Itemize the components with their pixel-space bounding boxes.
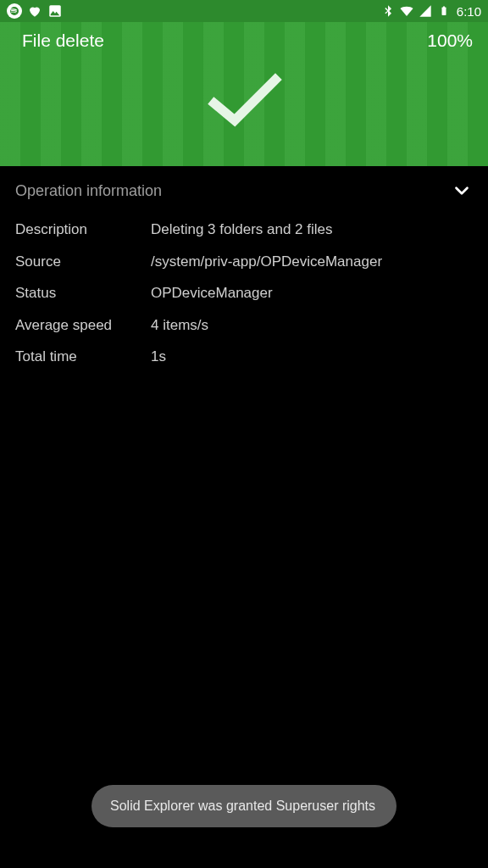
- row-value: /system/priv-app/OPDeviceManager: [151, 251, 473, 273]
- battery-icon: [436, 3, 452, 19]
- chevron-down-icon: [451, 180, 473, 202]
- row-value: 1s: [151, 346, 473, 368]
- row-value: 4 items/s: [151, 314, 473, 337]
- table-row: Source /system/priv-app/OPDeviceManager: [15, 246, 473, 278]
- success-check: [0, 68, 488, 139]
- status-left: [7, 3, 63, 19]
- status-right: 6:10: [380, 3, 481, 19]
- status-bar: 6:10: [0, 0, 488, 22]
- operation-header: File delete 100%: [0, 22, 488, 166]
- table-row: Total time 1s: [15, 341, 473, 373]
- section-title: Operation information: [15, 182, 162, 200]
- svg-rect-1: [441, 8, 446, 16]
- status-clock: 6:10: [457, 4, 481, 19]
- row-label: Description: [15, 219, 151, 241]
- svg-rect-2: [443, 7, 445, 8]
- row-value: Deleting 3 folders and 2 files: [151, 219, 473, 241]
- progress-percent: 100%: [427, 31, 473, 51]
- spotify-icon: [7, 3, 22, 19]
- signal-icon: [418, 3, 433, 19]
- screen: 6:10 File delete 100% Operation informat…: [0, 0, 488, 868]
- toast-text: Solid Explorer was granted Superuser rig…: [110, 798, 375, 813]
- heart-icon: [27, 3, 42, 19]
- wifi-icon: [399, 3, 414, 19]
- toast-message: Solid Explorer was granted Superuser rig…: [92, 785, 396, 827]
- operation-info-header[interactable]: Operation information: [0, 166, 488, 214]
- table-row: Description Deleting 3 folders and 2 fil…: [15, 214, 473, 246]
- row-label: Source: [15, 251, 151, 273]
- header-bar: File delete 100%: [0, 22, 488, 51]
- page-title: File delete: [22, 31, 104, 51]
- checkmark-icon: [197, 68, 291, 139]
- operation-info-table: Description Deleting 3 folders and 2 fil…: [0, 214, 488, 373]
- bluetooth-icon: [380, 3, 396, 19]
- image-icon: [47, 3, 63, 19]
- table-row: Average speed 4 items/s: [15, 309, 473, 342]
- row-label: Average speed: [15, 314, 151, 337]
- row-value: OPDeviceManager: [151, 282, 473, 304]
- table-row: Status OPDeviceManager: [15, 277, 473, 309]
- row-label: Status: [15, 282, 151, 304]
- row-label: Total time: [15, 346, 151, 368]
